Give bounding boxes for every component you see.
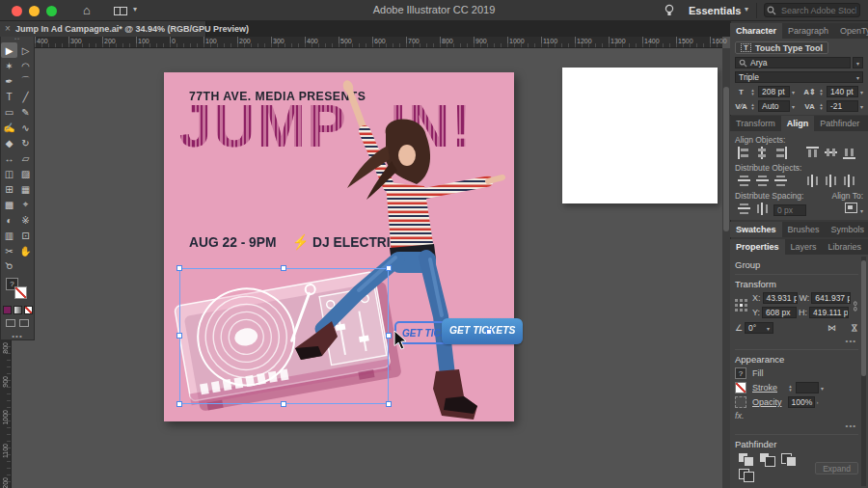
rotation-field[interactable]: 0°▾ — [745, 322, 773, 334]
shaper-tool[interactable]: ∿ — [17, 120, 34, 135]
empty-artboard[interactable] — [562, 68, 718, 203]
free-transform-tool[interactable]: ▱ — [17, 150, 34, 166]
font-family-dropdown[interactable]: ▾ — [853, 57, 863, 68]
font-size-dropdown[interactable]: ▾ — [792, 89, 795, 95]
flip-vertical-icon[interactable]: ⋈ — [850, 324, 859, 333]
symbol-sprayer-tool[interactable]: ※ — [17, 212, 34, 228]
spacing-v-icon[interactable] — [738, 202, 750, 216]
tab-properties[interactable]: Properties — [730, 239, 785, 255]
gradient-tool[interactable]: ▩ — [1, 197, 17, 212]
kerning-dropdown[interactable]: ▾ — [792, 103, 795, 110]
more-options-dots[interactable]: ••• — [735, 421, 856, 430]
pf-intersect-icon[interactable] — [780, 452, 796, 466]
align-to-artboard-icon[interactable] — [845, 203, 857, 213]
vertical-ruler[interactable]: 800900100011001200 — [0, 339, 12, 488]
tab-symbols[interactable]: Symbols — [826, 222, 868, 237]
pencil-tool[interactable]: ✍ — [1, 120, 17, 135]
direct-selection-tool[interactable]: ▷ — [17, 42, 34, 58]
eraser-tool[interactable]: ◆ — [1, 135, 17, 150]
leading-dropdown[interactable]: ▾ — [860, 89, 863, 95]
document-tab[interactable]: × Jump In Ad Campagne.ai* @ 34.94% (RGB/… — [0, 21, 206, 37]
lasso-tool[interactable]: ◠ — [17, 58, 34, 73]
selection-handle[interactable] — [176, 333, 182, 339]
align-v-middle-icon[interactable] — [825, 146, 837, 160]
align-v-top-icon[interactable] — [806, 146, 819, 160]
align-h-center-icon[interactable] — [755, 147, 770, 159]
get-tickets-button[interactable]: GET TICKETS — [442, 318, 523, 344]
color-chip[interactable] — [3, 306, 12, 314]
x-field[interactable]: 43.931 px — [763, 292, 798, 304]
tab-character[interactable]: Character — [730, 23, 782, 39]
selection-handle[interactable] — [486, 329, 492, 335]
pen-tool[interactable]: ✒ — [1, 73, 17, 89]
tracking-stepper[interactable]: ▴▾ — [818, 102, 825, 110]
rectangle-tool[interactable]: ▭ — [1, 104, 17, 120]
tab-libraries[interactable]: Libraries — [823, 239, 868, 255]
mesh-tool[interactable]: ▦ — [17, 181, 34, 197]
more-options-dots[interactable]: ••• — [735, 337, 856, 345]
workspace-switcher[interactable]: Essentials — [689, 5, 741, 16]
artboard-tool[interactable]: ⊡ — [17, 228, 34, 243]
selection-bounding-box[interactable] — [179, 268, 389, 404]
paintbrush-tool[interactable]: ✎ — [17, 104, 34, 120]
line-segment-tool[interactable]: ╱ — [17, 89, 34, 104]
live-paint-bucket-tool[interactable]: ▨ — [17, 166, 34, 181]
search-input[interactable] — [779, 4, 858, 16]
selection-handle[interactable] — [176, 401, 182, 407]
tab-swatches[interactable]: Swatches — [730, 222, 782, 237]
reference-point-selector[interactable] — [735, 299, 748, 312]
y-field[interactable]: 608 px — [762, 307, 797, 318]
blend-tool[interactable]: ◐ — [1, 212, 17, 228]
selection-handle[interactable] — [386, 333, 392, 339]
align-to-dropdown[interactable]: ▾ — [860, 208, 863, 214]
tracking-dropdown[interactable]: ▾ — [860, 103, 863, 110]
hand-tool[interactable]: ✋ — [17, 243, 34, 258]
leading-field[interactable]: 140 pt — [827, 86, 858, 97]
font-style-field[interactable]: Triple▾ — [735, 71, 863, 83]
constrain-proportions-icon[interactable] — [853, 298, 858, 314]
shape-builder-tool[interactable]: ◫ — [1, 166, 17, 181]
tab-align[interactable]: Align — [781, 116, 815, 131]
close-tab-icon[interactable]: × — [5, 21, 11, 37]
draw-normal-icon[interactable] — [6, 319, 15, 327]
screen-mode-icon[interactable] — [19, 319, 29, 327]
kerning-stepper[interactable]: ▴▾ — [749, 102, 756, 110]
stroke-weight-field[interactable] — [796, 382, 819, 393]
tab-brushes[interactable]: Brushes — [782, 222, 826, 237]
width-tool[interactable]: ↔ — [1, 150, 17, 166]
opacity-chip[interactable] — [735, 396, 746, 408]
selection-handle[interactable] — [386, 265, 392, 271]
opacity-dropdown[interactable]: › — [817, 399, 819, 405]
touch-type-tool-button[interactable]: T Touch Type Tool — [735, 41, 828, 54]
magic-wand-tool[interactable]: ✶ — [1, 58, 17, 73]
selection-handle[interactable] — [386, 401, 392, 407]
toolbar-overflow[interactable]: ••• — [1, 332, 34, 340]
canvas-vertical-scrollbar[interactable] — [722, 48, 730, 488]
gradient-chip[interactable] — [14, 306, 22, 314]
pf-minus-front-icon[interactable] — [759, 452, 774, 466]
selection-tool[interactable]: ▶ — [1, 42, 17, 58]
distribute-vcenter-icon[interactable] — [756, 174, 769, 188]
opacity-label[interactable]: Opacity — [752, 397, 782, 407]
font-size-stepper[interactable]: ▴▾ — [749, 88, 756, 95]
selection-handle[interactable] — [281, 265, 286, 271]
tracking-field[interactable]: -21 — [827, 100, 858, 112]
column-graph-tool[interactable]: ▥ — [1, 228, 17, 243]
tab-layers[interactable]: Layers — [785, 239, 823, 255]
stroke-chip[interactable] — [735, 382, 746, 393]
distribute-left-icon[interactable] — [805, 175, 820, 187]
tab-paragraph[interactable]: Paragraph — [782, 23, 834, 39]
align-h-left-icon[interactable] — [737, 147, 751, 159]
none-chip[interactable] — [24, 306, 33, 314]
perspective-grid-tool[interactable]: ⊞ — [1, 181, 17, 197]
leading-stepper[interactable]: ▴▾ — [818, 88, 825, 95]
kerning-field[interactable]: Auto — [758, 100, 790, 112]
align-h-right-icon[interactable] — [773, 147, 788, 159]
selection-handle[interactable] — [281, 401, 286, 407]
rotate-tool[interactable]: ↻ — [17, 135, 34, 150]
horizontal-ruler[interactable]: 4003002001000100200300400500600700800900… — [0, 37, 722, 48]
pf-unite-icon[interactable] — [738, 452, 753, 466]
align-v-bottom-icon[interactable] — [843, 146, 855, 160]
properties-scrollbar[interactable] — [861, 257, 866, 486]
scrollbar-thumb[interactable] — [723, 87, 729, 231]
